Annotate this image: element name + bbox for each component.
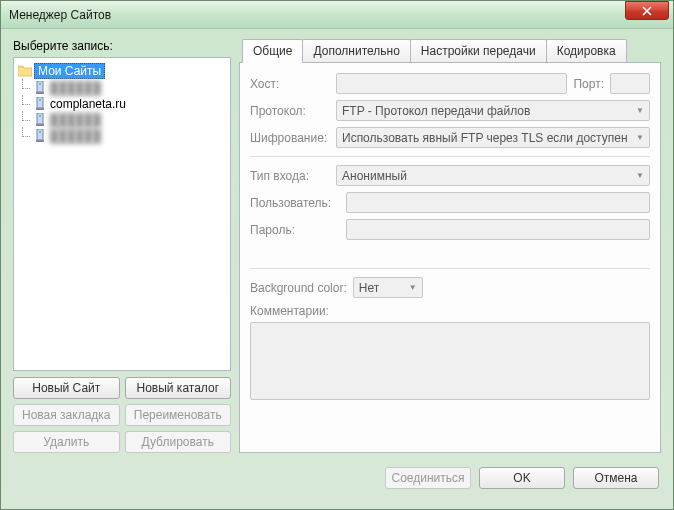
delete-button: Удалить [13, 431, 120, 453]
close-button[interactable] [625, 1, 669, 20]
logon-value: Анонимный [342, 169, 407, 183]
protocol-value: FTP - Протокол передачи файлов [342, 104, 530, 118]
svg-rect-6 [37, 113, 43, 124]
password-input[interactable] [346, 219, 650, 240]
comments-label: Комментарии: [250, 304, 650, 318]
svg-rect-9 [37, 129, 43, 140]
new-bookmark-button: Новая закладка [13, 404, 120, 426]
tree-item[interactable]: ██████ [32, 80, 228, 96]
select-entry-label: Выберите запись: [13, 39, 231, 53]
host-input[interactable] [336, 73, 567, 94]
chevron-down-icon: ▼ [636, 133, 644, 142]
user-label: Пользователь: [250, 196, 340, 210]
svg-rect-0 [37, 81, 43, 92]
comments-input[interactable] [250, 322, 650, 400]
new-folder-button[interactable]: Новый каталог [125, 377, 232, 399]
user-input[interactable] [346, 192, 650, 213]
tabset: Общие Дополнительно Настройки передачи К… [242, 39, 661, 62]
server-icon [34, 113, 46, 127]
port-label: Порт: [573, 77, 604, 91]
server-icon [34, 129, 46, 143]
rename-button: Переименовать [125, 404, 232, 426]
tree-item[interactable]: ██████ [32, 128, 228, 144]
folder-icon [18, 65, 32, 77]
chevron-down-icon: ▼ [409, 283, 417, 292]
connect-button: Соединиться [385, 467, 471, 489]
tree-item[interactable]: complaneta.ru [32, 96, 228, 112]
tab-transfer[interactable]: Настройки передачи [410, 39, 547, 62]
svg-rect-1 [36, 92, 44, 94]
port-input[interactable] [610, 73, 650, 94]
site-tree[interactable]: Мои Сайты ██████ complaneta.ru ██████ █ [13, 57, 231, 371]
svg-point-8 [39, 115, 41, 117]
svg-point-5 [39, 99, 41, 101]
window-title: Менеджер Сайтов [9, 8, 625, 22]
tab-charset[interactable]: Кодировка [546, 39, 627, 62]
tree-item-label: complaneta.ru [50, 97, 126, 111]
server-icon [34, 97, 46, 111]
dialog-footer: Соединиться OK Отмена [1, 461, 673, 499]
logon-label: Тип входа: [250, 169, 330, 183]
tree-root-label: Мои Сайты [34, 63, 105, 79]
svg-rect-4 [36, 108, 44, 110]
ok-button[interactable]: OK [479, 467, 565, 489]
close-icon [642, 6, 652, 16]
svg-point-2 [39, 83, 41, 85]
titlebar: Менеджер Сайтов [1, 1, 673, 29]
new-site-button[interactable]: Новый Сайт [13, 377, 120, 399]
tab-advanced[interactable]: Дополнительно [302, 39, 410, 62]
chevron-down-icon: ▼ [636, 171, 644, 180]
duplicate-button: Дублировать [125, 431, 232, 453]
general-panel: Хост: Порт: Протокол: FTP - Протокол пер… [239, 62, 661, 453]
encryption-select[interactable]: Использовать явный FTP через TLS если до… [336, 127, 650, 148]
left-panel: Выберите запись: Мои Сайты ██████ compla… [13, 39, 231, 453]
bgcolor-label: Background color: [250, 281, 347, 295]
protocol-select[interactable]: FTP - Протокол передачи файлов ▼ [336, 100, 650, 121]
bgcolor-select[interactable]: Нет ▼ [353, 277, 423, 298]
svg-rect-7 [36, 124, 44, 126]
tab-general[interactable]: Общие [242, 39, 303, 63]
host-label: Хост: [250, 77, 330, 91]
tree-item[interactable]: ██████ [32, 112, 228, 128]
protocol-label: Протокол: [250, 104, 330, 118]
server-icon [34, 81, 46, 95]
cancel-button[interactable]: Отмена [573, 467, 659, 489]
encryption-label: Шифрование: [250, 131, 330, 145]
password-label: Пароль: [250, 223, 340, 237]
bgcolor-value: Нет [359, 281, 379, 295]
svg-point-11 [39, 131, 41, 133]
right-panel: Общие Дополнительно Настройки передачи К… [239, 39, 661, 453]
svg-rect-3 [37, 97, 43, 108]
logon-select[interactable]: Анонимный ▼ [336, 165, 650, 186]
svg-rect-10 [36, 140, 44, 142]
encryption-value: Использовать явный FTP через TLS если до… [342, 131, 628, 145]
chevron-down-icon: ▼ [636, 106, 644, 115]
tree-root[interactable]: Мои Сайты [16, 62, 228, 80]
